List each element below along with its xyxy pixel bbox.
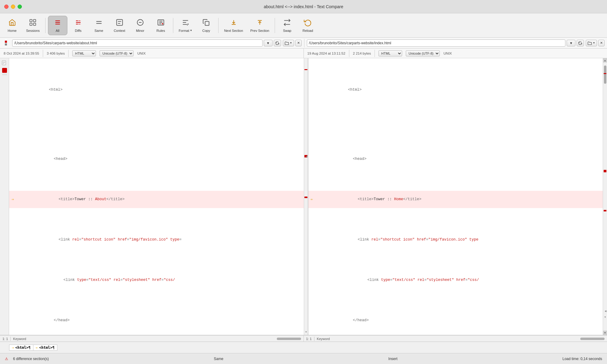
svg-rect-32: [5, 43, 7, 46]
format-icon: [181, 19, 189, 28]
code-line: <html>: [9, 81, 304, 99]
right-filepath-input[interactable]: [307, 39, 566, 47]
titlebar: about.html <--> index.html - Text Compar…: [0, 0, 607, 13]
right-scrollbar[interactable]: ▲ ◀ ▼ ▼: [603, 58, 607, 335]
swap-button[interactable]: Swap: [277, 16, 297, 35]
toolbar-sep-4: [275, 18, 275, 33]
prev-section-button[interactable]: Prev Section: [247, 16, 272, 35]
svg-rect-3: [33, 23, 36, 25]
left-pane-icon[interactable]: [4, 39, 11, 47]
statusbar-div-2: [314, 337, 314, 341]
copy-icon: [202, 19, 210, 28]
home-button[interactable]: Home: [2, 16, 22, 35]
scroll-indicator-2: ▼: [604, 316, 606, 318]
meta-div-3: [349, 50, 349, 57]
center-scrollbar[interactable]: ◀ ▼: [304, 58, 308, 335]
rules-button[interactable]: Rules: [151, 16, 171, 35]
meta-div-2: [68, 50, 69, 57]
format-label: Format▼: [179, 29, 192, 32]
next-section-icon: [230, 19, 238, 28]
diff-arrow-icon: ⇒: [12, 345, 14, 350]
diff-left-html: <html>¶: [15, 345, 31, 350]
right-file-refresh[interactable]: [577, 40, 584, 46]
code-line: </head>: [9, 312, 304, 329]
code-line-diff: ⇐ <title>Tower :: Home</title>: [308, 191, 603, 208]
line-arrow: [9, 81, 16, 99]
left-folder-browse[interactable]: ▼: [283, 40, 294, 46]
left-filepath-input[interactable]: [12, 39, 263, 47]
statusbar-div: [10, 337, 11, 341]
scrollbar-up-arrow[interactable]: ▲: [603, 58, 607, 62]
diff-arrow: ⇒: [9, 191, 16, 208]
left-code-scroll[interactable]: <html> <head>: [9, 58, 304, 335]
refresh-icon: [276, 41, 279, 45]
diff-arrow-icon-2: ⇐: [36, 345, 38, 350]
diff-marker: [304, 197, 307, 198]
maximize-button[interactable]: [18, 5, 22, 9]
chevron-down-icon: ▼: [266, 41, 270, 45]
left-hscroll-thumb[interactable]: [277, 338, 301, 340]
same-status: Same: [214, 357, 223, 361]
left-filepath-dropdown[interactable]: ▼: [264, 40, 273, 46]
diffs-button[interactable]: Diffs: [69, 16, 88, 35]
left-editor-statusbar: 1: 1 Keyword: [0, 335, 304, 342]
diff-count: 6 difference section(s): [13, 357, 49, 361]
load-time: Load time: 0,14 seconds: [562, 357, 602, 361]
meta-div-1: [43, 50, 43, 57]
chevron-down-icon-2: ▼: [290, 42, 292, 44]
diff-marker: [604, 73, 606, 74]
scroll-marker: ◀: [306, 155, 307, 158]
left-close-pane[interactable]: ✕: [295, 40, 302, 46]
metabar-left: 8 Oct 2024 at 15:39:55 3 406 bytes HTML …: [0, 49, 304, 58]
left-encoding-select[interactable]: Unicode (UTF-8): [100, 50, 134, 56]
code-line: [9, 122, 304, 127]
left-search-mode: Keyword: [13, 337, 26, 341]
scrollbar-thumb: [604, 66, 606, 84]
format-button[interactable]: Format▼: [176, 16, 195, 35]
left-code-area: <html> <head>: [9, 58, 304, 335]
same-button[interactable]: Same: [89, 16, 109, 35]
right-hscroll-thumb[interactable]: [580, 338, 605, 340]
close-button[interactable]: [4, 5, 8, 9]
swap-label: Swap: [283, 29, 291, 32]
chevron-down-icon-4: ▼: [593, 42, 595, 44]
scrollbar-down-arrow[interactable]: ▼: [603, 331, 607, 335]
diff-summary-right: ⇐ <html>¶: [33, 345, 57, 351]
svg-rect-0: [30, 19, 32, 22]
right-code-scroll[interactable]: <html> <head>: [308, 58, 603, 335]
next-section-button[interactable]: Next Section: [221, 16, 246, 35]
window-title: about.html <--> index.html - Text Compar…: [264, 4, 343, 9]
toolbar-sep-3: [218, 18, 219, 33]
right-folder-browse[interactable]: ▼: [586, 40, 597, 46]
right-editor-pane: <html> <head>: [308, 58, 607, 335]
rules-icon: [157, 19, 165, 28]
right-scrollbar-track: ◀ ▼: [603, 62, 607, 331]
meta-div-4: [375, 50, 375, 57]
left-format-select[interactable]: HTML Plain Text: [72, 50, 96, 56]
same-label: Same: [94, 29, 103, 32]
left-line-ending: UNIX: [137, 52, 145, 55]
toolbar-sep-2: [173, 18, 173, 33]
code-line: <link rel="shortcut icon" href="img/favi…: [9, 231, 304, 248]
left-file-refresh[interactable]: [274, 40, 281, 46]
diff-summary-left: ⇒ <html>¶: [9, 345, 33, 351]
right-encoding-select[interactable]: Unicode (UTF-8): [406, 50, 440, 56]
copy-button[interactable]: Copy: [196, 16, 216, 35]
minor-button[interactable]: Minor: [131, 16, 150, 35]
gutter-blank-marker: [2, 74, 7, 75]
reload-icon: [304, 19, 312, 28]
minimize-button[interactable]: [11, 5, 15, 9]
sessions-button[interactable]: Sessions: [23, 16, 43, 35]
right-close-pane[interactable]: ✕: [598, 40, 605, 46]
gutter-icon-doc[interactable]: [1, 60, 8, 67]
home-label: Home: [8, 29, 16, 32]
toolbar-sep-1: [45, 18, 46, 33]
context-button[interactable]: Context: [110, 16, 129, 35]
all-button[interactable]: All: [48, 16, 67, 35]
reload-button[interactable]: Reload: [298, 16, 317, 35]
diff-summary-row: ⇒ <html>¶ ⇐ <html>¶: [0, 342, 607, 353]
folder-icon-2: [588, 41, 592, 45]
gutter-diff-marker: [2, 68, 7, 73]
right-filepath-dropdown[interactable]: ▼: [567, 40, 575, 46]
right-format-select[interactable]: HTML Plain Text: [378, 50, 402, 56]
